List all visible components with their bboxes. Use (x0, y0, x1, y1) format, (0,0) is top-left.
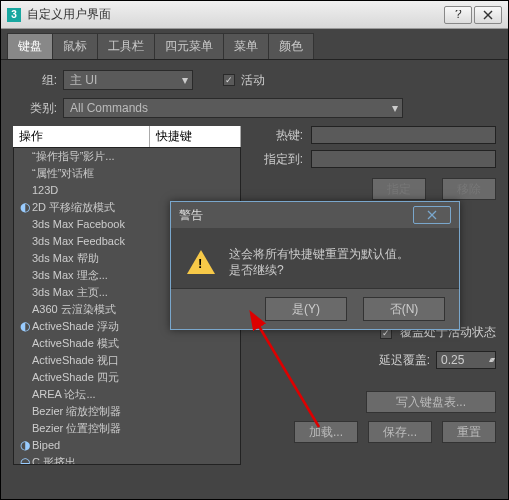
dialog-title: 警告 (179, 207, 413, 224)
hotkey-label: 热键: (255, 127, 303, 144)
assignto-label: 指定到: (255, 151, 303, 168)
active-label: 活动 (241, 72, 265, 89)
help-button[interactable]: ? (444, 6, 472, 24)
list-item[interactable]: Bezier 缩放控制器 (14, 403, 240, 420)
list-header: 操作 快捷键 (13, 126, 241, 147)
list-item[interactable]: ActiveShade 四元 (14, 369, 240, 386)
write-keyboard-button[interactable]: 写入键盘表... (366, 391, 496, 413)
delay-label: 延迟覆盖: (379, 352, 430, 369)
assign-button[interactable]: 指定 (372, 178, 426, 200)
window-title: 自定义用户界面 (27, 6, 442, 23)
delay-spinner[interactable]: 0.25 (436, 351, 496, 369)
load-button[interactable]: 加载... (294, 421, 358, 443)
save-button[interactable]: 保存... (368, 421, 432, 443)
warning-icon (187, 250, 215, 274)
no-button[interactable]: 否(N) (363, 297, 445, 321)
col-action[interactable]: 操作 (13, 126, 150, 147)
category-label: 类别: (13, 100, 57, 117)
category-combo[interactable]: All Commands (63, 98, 403, 118)
tab-bar: 键盘鼠标工具栏四元菜单菜单颜色 (1, 29, 508, 60)
close-button[interactable] (474, 6, 502, 24)
list-item[interactable]: ◒C 形挤出 (14, 454, 240, 465)
dialog-titlebar: 警告 (171, 202, 459, 228)
app-icon: 3 (7, 8, 21, 22)
list-item[interactable]: Bezier 位置控制器 (14, 420, 240, 437)
tab-1[interactable]: 鼠标 (52, 33, 98, 59)
tab-5[interactable]: 颜色 (268, 33, 314, 59)
group-label: 组: (13, 72, 57, 89)
dialog-message: 这会将所有快捷键重置为默认值。 是否继续? (229, 246, 409, 278)
main-window: 3 自定义用户界面 ? 键盘鼠标工具栏四元菜单菜单颜色 组: 主 UI ✓ 活动… (0, 0, 509, 500)
dialog-close-button[interactable] (413, 206, 451, 224)
list-item[interactable]: ◑Biped (14, 437, 240, 454)
tab-3[interactable]: 四元菜单 (154, 33, 224, 59)
reset-button[interactable]: 重置 (442, 421, 496, 443)
active-checkbox[interactable]: ✓ (223, 74, 235, 86)
tab-2[interactable]: 工具栏 (97, 33, 155, 59)
warning-dialog: 警告 这会将所有快捷键重置为默认值。 是否继续? 是(Y) 否(N) (170, 201, 460, 330)
list-item[interactable]: AREA 论坛... (14, 386, 240, 403)
list-item[interactable]: 123D (14, 182, 240, 199)
col-shortcut[interactable]: 快捷键 (150, 126, 241, 147)
tab-4[interactable]: 菜单 (223, 33, 269, 59)
yes-button[interactable]: 是(Y) (265, 297, 347, 321)
remove-button[interactable]: 移除 (442, 178, 496, 200)
list-item[interactable]: “属性”对话框 (14, 165, 240, 182)
group-combo[interactable]: 主 UI (63, 70, 193, 90)
list-item[interactable]: ActiveShade 模式 (14, 335, 240, 352)
list-item[interactable]: ActiveShade 视口 (14, 352, 240, 369)
assignto-input[interactable] (311, 150, 496, 168)
titlebar: 3 自定义用户界面 ? (1, 1, 508, 29)
svg-text:?: ? (455, 10, 462, 20)
hotkey-input[interactable] (311, 126, 496, 144)
list-item[interactable]: “操作指导”影片... (14, 148, 240, 165)
tab-0[interactable]: 键盘 (7, 33, 53, 59)
